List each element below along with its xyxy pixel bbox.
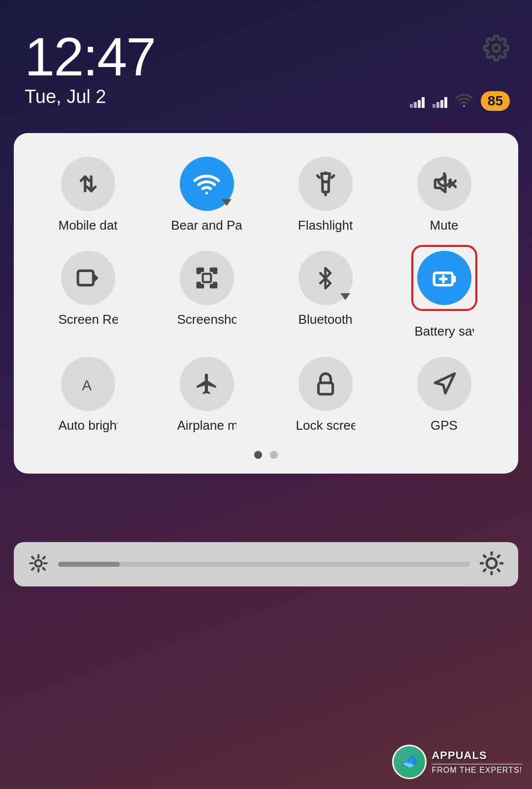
signal-2-icon	[432, 94, 447, 108]
flashlight-circle	[299, 157, 353, 211]
pagination-dots	[29, 451, 503, 459]
brightness-fill	[58, 562, 120, 567]
svg-point-1	[463, 105, 465, 107]
battery-saver-circle	[417, 251, 471, 305]
qs-lock-screen[interactable]: Lock screen	[266, 353, 385, 437]
qs-grid-row3: A Auto brightnes Airplane mode Lock s	[29, 353, 503, 437]
flashlight-label: Flashlight	[298, 218, 353, 233]
mobile-data-label: Mobile data	[59, 218, 118, 233]
auto-brightness-label: Auto brightnes	[59, 418, 118, 433]
svg-point-4	[205, 192, 208, 195]
screenshot-label: Screenshot	[177, 312, 236, 327]
svg-point-0	[493, 45, 500, 52]
airplane-circle	[180, 357, 234, 411]
bluetooth-arrow-icon	[340, 293, 350, 300]
svg-rect-13	[78, 271, 93, 285]
qs-auto-brightness[interactable]: A Auto brightnes	[29, 353, 147, 437]
svg-rect-5	[322, 182, 329, 192]
qs-grid-row1: Mobile data Bear and Pa	[29, 153, 503, 237]
clock-time: 12:47	[25, 30, 155, 84]
qs-mobile-data[interactable]: Mobile data	[29, 153, 147, 237]
dot-2[interactable]	[270, 451, 278, 459]
svg-text:A: A	[82, 377, 92, 393]
battery-saver-highlight	[411, 245, 477, 311]
quick-settings-panel: Mobile data Bear and Pa	[14, 133, 518, 474]
screenshot-circle	[180, 251, 234, 305]
watermark-tagline: FROM THE EXPERTS!	[432, 764, 522, 775]
qs-airplane[interactable]: Airplane mode	[147, 353, 266, 437]
svg-line-40	[498, 555, 499, 557]
lock-screen-circle	[299, 357, 353, 411]
svg-line-26	[32, 557, 34, 559]
qs-battery-saver[interactable]: Battery saver	[385, 247, 503, 343]
svg-marker-14	[93, 273, 98, 283]
svg-line-31	[43, 557, 45, 559]
svg-point-32	[487, 558, 497, 568]
watermark: 🧢 APPUALS FROM THE EXPERTS!	[392, 745, 522, 779]
wifi-circle	[180, 157, 234, 211]
svg-line-8	[332, 175, 333, 177]
bluetooth-circle	[299, 251, 353, 305]
svg-rect-21	[318, 383, 332, 394]
svg-point-23	[35, 560, 41, 566]
bluetooth-label: Bluetooth	[299, 312, 353, 327]
clock-area: 12:47 Tue, Jul 2	[25, 30, 155, 107]
brightness-bar[interactable]	[14, 542, 518, 586]
signal-1-icon	[410, 94, 425, 108]
settings-button[interactable]	[483, 34, 510, 63]
qs-flashlight[interactable]: Flashlight	[266, 153, 385, 237]
watermark-brand: APPUALS	[432, 749, 522, 762]
qs-screen-record[interactable]: Screen Record	[29, 247, 147, 343]
gps-circle	[417, 357, 471, 411]
svg-line-36	[498, 570, 499, 571]
qs-gps[interactable]: GPS	[385, 353, 503, 437]
gps-label: GPS	[431, 418, 458, 433]
lock-screen-label: Lock screen	[296, 418, 355, 433]
watermark-avatar: 🧢	[392, 745, 427, 779]
status-bar-right: 85	[410, 91, 510, 111]
wifi-arrow-icon	[222, 199, 232, 206]
battery-level: 85	[488, 93, 503, 108]
svg-line-7	[317, 175, 319, 177]
svg-line-30	[32, 568, 34, 570]
qs-wifi[interactable]: Bear and Pa	[147, 153, 266, 237]
battery-badge: 85	[481, 91, 510, 111]
svg-line-39	[484, 570, 485, 571]
mute-label: Mute	[430, 218, 459, 233]
brightness-track[interactable]	[58, 562, 470, 567]
wifi-status-icon	[455, 91, 473, 111]
qs-grid-row2: Screen Record Screenshot	[29, 247, 503, 343]
qs-mute[interactable]: Mute	[385, 153, 503, 237]
svg-line-35	[484, 555, 485, 557]
mute-circle	[417, 157, 471, 211]
qs-screenshot[interactable]: Screenshot	[147, 247, 266, 343]
dot-1[interactable]	[254, 451, 262, 459]
sun-large-icon	[480, 551, 503, 577]
qs-bluetooth[interactable]: Bluetooth	[266, 247, 385, 343]
screen-record-circle	[61, 251, 115, 305]
sun-small-icon	[29, 553, 48, 575]
wifi-label: Bear and Pa	[171, 218, 242, 233]
svg-rect-15	[202, 274, 211, 282]
auto-brightness-circle: A	[61, 357, 115, 411]
clock-date: Tue, Jul 2	[25, 86, 155, 107]
svg-marker-22	[435, 374, 455, 393]
airplane-label: Airplane mode	[177, 418, 236, 433]
battery-saver-label: Battery saver	[415, 324, 474, 339]
mobile-data-circle	[61, 157, 115, 211]
screen-record-label: Screen Record	[59, 312, 118, 327]
svg-line-27	[43, 568, 45, 570]
